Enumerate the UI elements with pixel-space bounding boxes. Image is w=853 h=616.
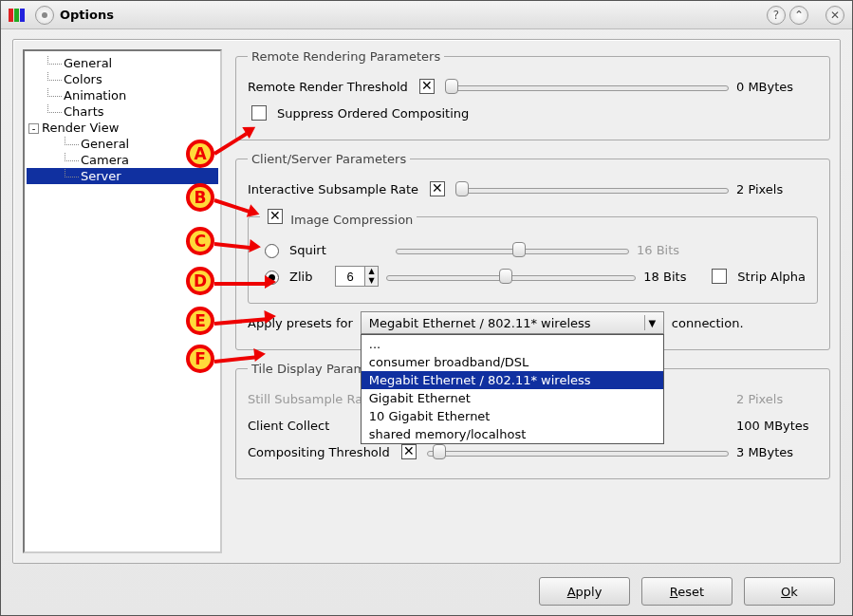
expander-icon[interactable]: -	[28, 123, 39, 134]
callout-b: B	[186, 183, 214, 212]
spin-up-icon[interactable]: ▲	[364, 267, 378, 276]
dialog-buttons: Apply Reset Ok	[539, 577, 835, 606]
compositing-threshold-label: Compositing Threshold	[248, 445, 390, 459]
still-subsample-value: 2 Pixels	[736, 392, 818, 406]
help-button[interactable]: ?	[767, 6, 786, 25]
callout-d: D	[186, 267, 214, 295]
reset-button[interactable]: Reset	[641, 577, 732, 606]
squirt-value: 16 Bits	[637, 243, 703, 257]
suppress-compositing-check[interactable]	[251, 105, 267, 121]
zlib-label: Zlib	[289, 270, 327, 284]
cs-legend: Client/Server Parameters	[248, 152, 410, 166]
client-collect-value: 100 MBytes	[736, 419, 818, 433]
remote-threshold-value: 0 MBytes	[736, 80, 818, 94]
preset-combo-list[interactable]: ... consumer broadband/DSL Megabit Ether…	[361, 334, 664, 444]
remote-threshold-label: Remote Render Threshold	[248, 80, 408, 94]
strip-alpha-check[interactable]	[712, 269, 727, 284]
tree-item-charts[interactable]: Charts	[27, 103, 218, 120]
remote-threshold-slider[interactable]	[445, 78, 729, 95]
preset-combo[interactable]: Megabit Ethernet / 802.11* wireless ▼ ..…	[361, 311, 664, 334]
squirt-label: Squirt	[289, 243, 327, 257]
strip-alpha-label: Strip Alpha	[737, 270, 806, 284]
subsample-check[interactable]	[430, 181, 445, 196]
compositing-threshold-value: 3 MBytes	[736, 445, 818, 459]
preset-combo-button[interactable]: Megabit Ethernet / 802.11* wireless ▼	[361, 311, 664, 334]
zlib-value: 18 Bits	[643, 270, 700, 284]
preset-label-post: connection.	[672, 316, 744, 330]
content-area: General Colors Animation Charts -Render …	[12, 39, 841, 564]
imgcomp-check[interactable]	[268, 209, 283, 224]
zlib-slider[interactable]	[386, 268, 636, 285]
compositing-threshold-check[interactable]	[401, 444, 417, 459]
apply-button[interactable]: Apply	[539, 577, 630, 606]
suppress-compositing-label: Suppress Ordered Compositing	[277, 106, 469, 121]
preset-opt-1[interactable]: consumer broadband/DSL	[362, 353, 663, 371]
ok-button[interactable]: Ok	[744, 577, 835, 606]
zlib-level-input[interactable]	[336, 267, 364, 286]
sysmenu-button[interactable]	[35, 6, 54, 25]
subsample-label: Interactive Subsample Rate	[248, 182, 418, 196]
callout-c: C	[186, 227, 214, 255]
imgcomp-legend: Image Compression	[260, 206, 417, 227]
preset-opt-0[interactable]: ...	[362, 335, 663, 353]
window-title: Options	[60, 8, 114, 22]
preset-opt-5[interactable]: shared memory/localhost	[362, 425, 663, 443]
collapse-button[interactable]: ⌃	[789, 6, 808, 25]
preset-selected: Megabit Ethernet / 802.11* wireless	[369, 316, 591, 330]
tree-item-animation[interactable]: Animation	[27, 87, 218, 103]
tree-item-colors[interactable]: Colors	[27, 71, 218, 87]
remote-threshold-check[interactable]	[419, 79, 435, 94]
tree-item-renderview[interactable]: -Render View	[27, 120, 218, 136]
group-client-server: Client/Server Parameters Interactive Sub…	[235, 152, 830, 350]
callout-f: F	[186, 345, 214, 373]
squirt-slider[interactable]	[396, 241, 629, 258]
zlib-level-spin[interactable]: ▲▼	[335, 266, 379, 287]
settings-panels: Remote Rendering Parameters Remote Rende…	[235, 49, 830, 553]
callout-e: E	[186, 307, 214, 335]
remote-legend: Remote Rendering Parameters	[248, 49, 444, 64]
tree-item-general[interactable]: General	[27, 55, 218, 71]
close-button[interactable]: ✕	[825, 6, 844, 25]
spin-down-icon[interactable]: ▼	[364, 276, 378, 286]
compositing-threshold-slider[interactable]	[427, 443, 729, 460]
preset-opt-2[interactable]: Megabit Ethernet / 802.11* wireless	[362, 371, 663, 389]
subsample-slider[interactable]	[455, 180, 729, 197]
preset-opt-4[interactable]: 10 Gigabit Ethernet	[362, 407, 663, 425]
titlebar: Options ? ⌃ ✕	[1, 1, 852, 29]
nav-tree[interactable]: General Colors Animation Charts -Render …	[23, 49, 222, 553]
group-image-compression: Image Compression Squirt 16 Bits Zlib	[248, 206, 818, 304]
subsample-value: 2 Pixels	[736, 182, 818, 196]
group-remote-rendering: Remote Rendering Parameters Remote Rende…	[235, 49, 830, 140]
options-window: Options ? ⌃ ✕ General Colors Animation C…	[0, 0, 853, 616]
app-icon	[9, 9, 26, 22]
preset-opt-3[interactable]: Gigabit Ethernet	[362, 389, 663, 407]
callout-a: A	[186, 140, 214, 168]
tree-item-rv-server[interactable]: Server	[27, 168, 218, 184]
squirt-radio[interactable]	[265, 244, 279, 258]
chevron-down-icon[interactable]: ▼	[644, 315, 659, 330]
